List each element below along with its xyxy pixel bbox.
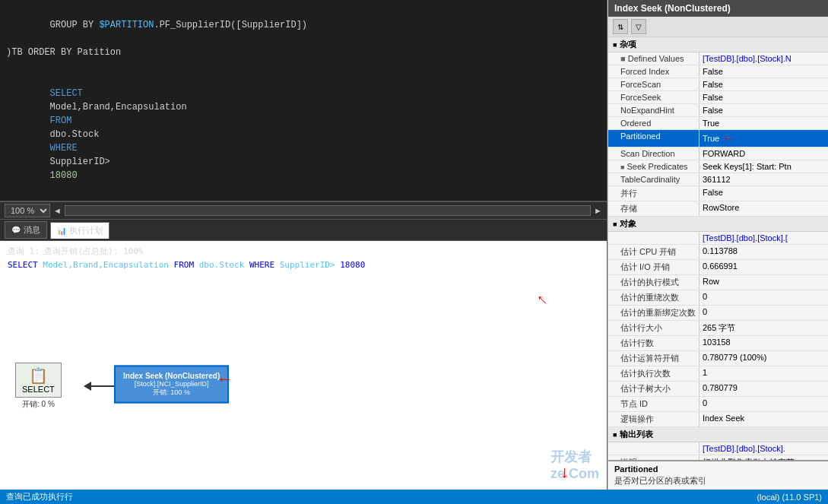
status-message: 查询已成功执行行: [6, 491, 73, 502]
row-cpu-cost: 估计 CPU 开销 0.113788: [608, 245, 828, 260]
status-bar: 查询已成功执行行 (local) (11.0 SP1): [0, 490, 828, 504]
key-rebind-count: 估计的重新绑定次数: [608, 306, 700, 320]
exec-plan-icon: 📊: [57, 227, 66, 235]
key-scan-direction: Scan Direction: [608, 147, 700, 160]
row-op-cost: 估计运算符开销 0.780779 (100%): [608, 351, 828, 366]
filter-icon-symbol: ▽: [636, 23, 642, 31]
row-node-id: 节点 ID 0: [608, 397, 828, 412]
main-container: GROUP BY $PARTITION.PF_SupplierID([Suppl…: [0, 0, 828, 490]
row-scan-direction: Scan Direction FORWARD: [608, 147, 828, 160]
plan-arrow: [84, 382, 114, 391]
red-arrow-top: ↑: [531, 290, 551, 309]
right-panel: Index Seek (NonClustered) ⇅ ▽ ■ 杂项 ■ Def…: [608, 0, 828, 490]
key-table-cardinality: TableCardinality: [608, 173, 700, 185]
red-arrow-seek: ←: [217, 369, 233, 389]
bottom-left: 100 % ◄ ► 💬 消息 📊 执行计划 查询 1: 查询开销(占总批: [0, 201, 607, 490]
row-exec-mode: 估计的执行模式 Row: [608, 275, 828, 290]
row-ordered: Ordered True: [608, 117, 828, 130]
plan-diagram: 📋 SELECT 开销: 0 % Index Seek (NonClustere…: [0, 282, 607, 490]
exec-plan-tab[interactable]: 📊 执行计划: [50, 222, 109, 239]
section-misc-header[interactable]: ■ 杂项: [608, 37, 828, 52]
key-parallel: 并行: [608, 186, 700, 201]
row-forced-index: Forced Index False: [608, 65, 828, 78]
val-ordered: True: [700, 117, 828, 129]
row-storage: 存储 RowStore: [608, 201, 828, 217]
key-noexpandhint: NoExpandHint: [608, 104, 700, 116]
filter-icon[interactable]: ▽: [631, 19, 646, 34]
zoom-select[interactable]: 100 %: [5, 204, 50, 217]
val-rewind-count: 0: [700, 290, 828, 305]
key-rewind-count: 估计的重绕次数: [608, 290, 700, 305]
val-rebind-count: 0: [700, 306, 828, 320]
section-output-header[interactable]: ■ 输出列表: [608, 427, 828, 442]
key-node-id: 节点 ID: [608, 397, 700, 411]
key-ordered: Ordered: [608, 117, 700, 129]
section-object-header[interactable]: ■ 对象: [608, 217, 828, 232]
plan-select-cost: 开销: 0 %: [22, 399, 55, 410]
val-table-cardinality: 361112: [700, 173, 828, 185]
val-seek-predicates: Seek Keys[1]: Start: Ptn: [700, 160, 828, 173]
val-row-size: 265 字节: [700, 321, 828, 335]
sql-line-3: [6, 59, 601, 73]
object-expand-icon: ■: [613, 220, 617, 228]
results-area: 查询 1: 查询开销(占总批): 100% SELECT Model,Brand…: [0, 241, 607, 282]
row-object-val: [TestDB].[dbo].[Stock].[: [608, 232, 828, 245]
row-output-val: [TestDB].[dbo].[Stock].: [608, 442, 828, 455]
sort-icon[interactable]: ⇅: [613, 19, 628, 34]
val-storage: RowStore: [700, 201, 828, 216]
messages-tab[interactable]: 💬 消息: [5, 221, 47, 239]
key-forced-index: Forced Index: [608, 65, 700, 78]
section-object-label: 对象: [620, 218, 636, 230]
plan-seek-sub2: 开销: 100 %: [123, 387, 220, 397]
val-exec-count: 1: [700, 366, 828, 381]
arrow-left-head: [84, 382, 91, 391]
query-sql: SELECT Model,Brand,Encapsulation FROM db…: [8, 260, 599, 270]
row-row-size: 估计行大小 265 字节: [608, 321, 828, 336]
red-arrow-partitioned: ←: [722, 132, 734, 145]
key-partitioned: Partitioned: [608, 130, 700, 147]
bottom-desc-title: Partitioned: [614, 464, 822, 474]
status-server: (local) (11.0 SP1): [757, 493, 822, 502]
sort-icon-symbol: ⇅: [617, 23, 623, 31]
plan-select-label: SELECT: [22, 385, 55, 394]
val-row-count: 103158: [700, 336, 828, 350]
val-forceseek: False: [700, 91, 828, 103]
val-subtree-cost: 0.780779: [700, 382, 828, 396]
key-exec-mode: 估计的执行模式: [608, 275, 700, 290]
watermark: 开发者ze.Com: [550, 448, 599, 482]
key-logical-op: 逻辑操作: [608, 412, 700, 426]
val-scan-direction: FORWARD: [700, 147, 828, 160]
key-io-cost: 估计 I/O 开销: [608, 260, 700, 274]
val-defined-values: [TestDB].[dbo].[Stock].N: [700, 52, 828, 65]
row-rebind-count: 估计的重新绑定次数 0: [608, 306, 828, 321]
key-exec-count: 估计执行次数: [608, 366, 700, 381]
key-seek-predicates: ■ Seek Predicates: [608, 160, 700, 173]
row-subtree-cost: 估计子树大小 0.780779: [608, 382, 828, 397]
row-rewind-count: 估计的重绕次数 0: [608, 290, 828, 306]
sql-editor[interactable]: GROUP BY $PARTITION.PF_SupplierID([Suppl…: [0, 0, 607, 201]
key-storage: 存储: [608, 201, 700, 216]
output-expand-icon: ■: [613, 431, 617, 439]
row-io-cost: 估计 I/O 开销 0.666991: [608, 260, 828, 275]
row-table-cardinality: TableCardinality 361112: [608, 173, 828, 186]
section-output-label: 输出列表: [620, 429, 653, 440]
query-header: 查询 1: 查询开销(占总批): 100%: [8, 246, 599, 257]
plan-select-node: 📋 SELECT 开销: 0 %: [15, 363, 62, 410]
val-logical-op: Index Seek: [700, 412, 828, 426]
key-row-count: 估计行数: [608, 336, 700, 350]
row-defined-values: ■ Defined Values [TestDB].[dbo].[Stock].…: [608, 52, 828, 65]
zoom-bar: 100 % ◄ ►: [0, 201, 607, 220]
val-io-cost: 0.666991: [700, 260, 828, 274]
val-output-val: [TestDB].[dbo].[Stock].: [700, 442, 828, 455]
section-misc-label: 杂项: [620, 39, 636, 50]
row-exec-count: 估计执行次数 1: [608, 366, 828, 382]
row-partitioned: Partitioned True ←: [608, 130, 828, 147]
val-parallel: False: [700, 186, 828, 201]
horizontal-scrollbar[interactable]: [65, 205, 591, 216]
sql-line-1: GROUP BY $PARTITION.PF_SupplierID([Suppl…: [6, 5, 601, 46]
val-object-val: [TestDB].[dbo].[Stock].[: [700, 232, 828, 244]
key-subtree-cost: 估计子树大小: [608, 382, 700, 396]
row-logical-op: 逻辑操作 Index Seek: [608, 412, 828, 427]
plan-seek-box: Index Seek (NonClustered) [Stock].[NCI_S…: [114, 365, 229, 403]
left-panel: GROUP BY $PARTITION.PF_SupplierID([Suppl…: [0, 0, 608, 490]
